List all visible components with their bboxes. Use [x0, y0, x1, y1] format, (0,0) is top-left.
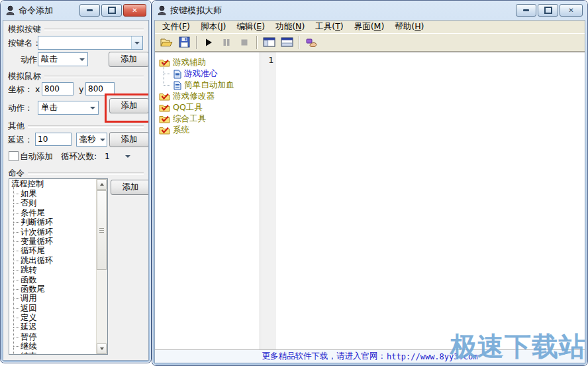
coord-x-label: x	[35, 84, 40, 94]
chevron-down-icon[interactable]	[77, 53, 87, 66]
toolbar-separator	[299, 36, 299, 49]
checked-folder-icon	[159, 92, 170, 101]
delay-unit-combobox[interactable]: 毫秒	[76, 133, 107, 147]
list-item[interactable]: 结束	[9, 351, 107, 355]
chevron-down-icon[interactable]	[131, 36, 142, 49]
scroll-up-icon[interactable]	[97, 179, 107, 190]
minimize-button[interactable]	[516, 4, 536, 17]
list-item[interactable]: 判断循环	[9, 217, 107, 227]
desktop: 命令添加 ✕ 模拟按键 按键名： 动作： 敲击 添加 模拟鼠	[0, 0, 588, 368]
open-folder-icon[interactable]	[158, 35, 174, 50]
add-delay-button[interactable]: 添加	[109, 132, 149, 147]
tree-item-folder[interactable]: 游戏修改器	[155, 91, 260, 102]
line-number-gutter: 1	[262, 52, 276, 349]
tree-item-folder[interactable]: 综合工具	[155, 113, 260, 125]
list-item[interactable]: 调用	[9, 294, 107, 303]
tree-item-folder[interactable]: 系统	[155, 125, 260, 136]
layout-horizontal-split-icon[interactable]	[279, 35, 295, 50]
scroll-down-icon[interactable]	[97, 343, 107, 354]
tree-item-label: 游戏辅助	[173, 57, 206, 68]
list-item[interactable]: 返回	[9, 304, 107, 313]
list-item-root[interactable]: 流程控制	[9, 179, 107, 189]
list-item[interactable]: 延迟	[9, 322, 107, 332]
command-add-client: 模拟按键 按键名： 动作： 敲击 添加 模拟鼠标 坐标： x y 动作：	[3, 20, 149, 361]
scrollbar-thumb[interactable]	[97, 190, 107, 270]
chevron-down-icon[interactable]	[99, 133, 107, 146]
group-label: 命令	[8, 168, 24, 179]
hand-record-icon[interactable]	[303, 35, 319, 50]
list-item[interactable]: 函数	[9, 275, 107, 284]
menubar: 文件(F) 脚本(J) 编辑(E) 功能(N) 工具(T) 界面(M) 帮助(H…	[155, 21, 585, 33]
list-item[interactable]: 函数尾	[9, 284, 107, 294]
list-item[interactable]: 计次循环	[9, 227, 107, 237]
add-command-button[interactable]: 添加	[111, 180, 149, 195]
menu-tools[interactable]: 工具(T)	[310, 21, 348, 32]
command-add-titlebar[interactable]: 命令添加 ✕	[1, 1, 151, 20]
chevron-down-icon[interactable]	[123, 149, 132, 163]
script-tree-panel[interactable]: 游戏辅助 游戏准心 简单自动加血 游戏修改器	[155, 52, 260, 349]
maximize-button[interactable]	[101, 4, 122, 17]
key-master-client: 文件(F) 脚本(J) 编辑(E) 功能(N) 工具(T) 界面(M) 帮助(H…	[154, 20, 585, 363]
layout-vertical-split-icon[interactable]	[261, 35, 277, 50]
toolbar-separator	[256, 36, 257, 49]
add-mouse-button[interactable]: 添加	[109, 98, 149, 113]
key-action-combobox[interactable]: 敲击	[38, 52, 88, 66]
main-content: 游戏辅助 游戏准心 简单自动加血 游戏修改器	[155, 52, 585, 349]
list-item[interactable]: 暂停	[9, 332, 107, 341]
loop-count-combobox[interactable]: 1	[102, 149, 132, 163]
add-key-button[interactable]: 添加	[109, 52, 149, 67]
close-button[interactable]: ✕	[123, 4, 146, 17]
list-item[interactable]: 继续	[9, 341, 107, 351]
tree-item-doc[interactable]: 游戏准心	[155, 68, 260, 80]
mouse-action-value: 单击	[41, 102, 58, 113]
group-label: 模拟鼠标	[8, 71, 41, 82]
key-action-value: 敲击	[41, 54, 58, 65]
key-name-combobox[interactable]	[38, 36, 143, 50]
command-listbox[interactable]: 流程控制 如果 否则 条件尾 判断循环 计次循环 变量循环 循环尾 跳出循环 跳…	[9, 178, 108, 355]
auto-add-checkbox[interactable]	[9, 151, 19, 161]
maximize-button[interactable]	[538, 4, 558, 17]
play-icon[interactable]	[201, 35, 217, 50]
group-command: 命令	[8, 168, 144, 179]
delay-label: 延迟：	[8, 135, 33, 146]
caption-buttons: ✕	[79, 4, 146, 17]
chevron-down-icon[interactable]	[87, 101, 98, 114]
list-item[interactable]: 如果	[9, 189, 107, 198]
menu-script[interactable]: 脚本(J)	[195, 21, 231, 32]
tree-item-label: 简单自动加血	[184, 80, 234, 91]
app-icon	[157, 5, 167, 15]
tree-item-doc[interactable]: 简单自动加血	[155, 80, 260, 91]
tree-item-label: QQ工具	[173, 102, 203, 113]
caption-buttons: ✕	[516, 4, 583, 17]
menu-help[interactable]: 帮助(H)	[389, 21, 429, 32]
menu-view[interactable]: 界面(M)	[349, 21, 390, 32]
pause-icon[interactable]	[219, 35, 234, 50]
stop-icon[interactable]	[236, 35, 252, 50]
group-label: 其他	[8, 121, 24, 132]
mouse-action-combobox[interactable]: 单击	[38, 101, 99, 115]
delay-input[interactable]	[35, 133, 72, 146]
coord-y-label: y	[79, 84, 83, 94]
list-item[interactable]: 条件尾	[9, 208, 107, 217]
list-item[interactable]: 跳出循环	[9, 256, 107, 265]
list-item[interactable]: 否则	[9, 198, 107, 208]
menu-file[interactable]: 文件(F)	[157, 21, 195, 32]
menu-edit[interactable]: 编辑(E)	[231, 21, 270, 32]
list-item[interactable]: 变量循环	[9, 237, 107, 246]
loop-count-label: 循环次数:	[61, 151, 97, 162]
delay-unit-value: 毫秒	[79, 134, 96, 145]
minimize-button[interactable]	[79, 4, 100, 17]
menu-function[interactable]: 功能(N)	[270, 21, 310, 32]
list-item[interactable]: 跳转	[9, 265, 107, 275]
scrollbar-track[interactable]	[96, 179, 107, 354]
list-item[interactable]: 定义	[9, 313, 107, 322]
close-button[interactable]: ✕	[560, 4, 583, 17]
tree-item-folder[interactable]: QQ工具	[155, 102, 260, 113]
key-master-titlebar[interactable]: 按键模拟大师 ✕	[152, 1, 587, 20]
coord-x-input[interactable]	[42, 82, 74, 95]
window-title: 命令添加	[19, 5, 53, 17]
code-area[interactable]	[276, 52, 585, 349]
save-floppy-icon[interactable]	[176, 35, 192, 50]
list-item[interactable]: 循环尾	[9, 246, 107, 255]
tree-item-folder[interactable]: 游戏辅助	[155, 57, 260, 68]
